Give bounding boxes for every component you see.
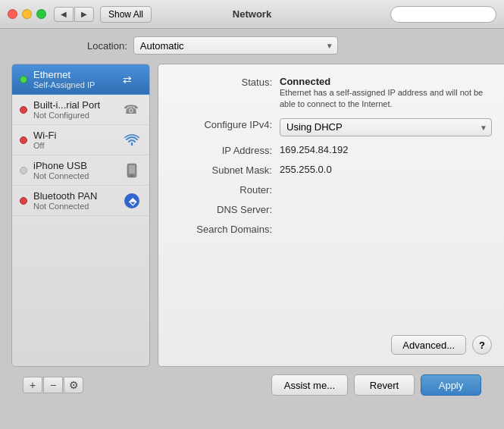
status-row: Status: Connected Ethernet has a self-as…: [174, 76, 492, 111]
status-value: Connected: [280, 76, 330, 87]
detail-panel: Status: Connected Ethernet has a self-as…: [158, 64, 504, 367]
svg-text:⇄: ⇄: [123, 74, 132, 86]
sidebar-item-builtin[interactable]: Built-i...rial Port Not Configured ☎: [12, 95, 149, 125]
advanced-button[interactable]: Advanced...: [391, 335, 466, 355]
close-button[interactable]: [8, 9, 17, 19]
iphone-icon: [122, 163, 142, 178]
router-label: Router:: [174, 183, 280, 196]
main-content: Location: Automatic ▼ Ethernet Self-Assi…: [0, 29, 504, 409]
window-title: Network: [233, 8, 271, 20]
ip-row: IP Address: 169.254.84.192: [174, 144, 492, 156]
bluetooth-status-dot: [20, 197, 27, 205]
bluetooth-text: Bluetooth PAN Not Connected: [33, 190, 122, 211]
location-row: Location: Automatic ▼: [11, 36, 493, 55]
search-domains-row: Search Domains:: [174, 223, 492, 235]
iphone-name: iPhone USB: [33, 160, 122, 171]
wifi-icon: [122, 133, 142, 148]
panel-area: Ethernet Self-Assigned IP ⇄ Built-i...ri…: [11, 64, 493, 367]
ethernet-sub: Self-Assigned IP: [33, 80, 122, 89]
nav-buttons: ◀ ▶: [54, 7, 94, 22]
sidebar-controls: + − ⚙: [23, 377, 83, 393]
configure-row: Configure IPv4: Using DHCP ▼: [174, 118, 492, 136]
search-input[interactable]: [397, 9, 490, 20]
ethernet-status-dot: [20, 76, 27, 83]
maximize-button[interactable]: [36, 9, 46, 19]
subnet-label: Subnet Mask:: [174, 164, 280, 176]
dns-label: DNS Server:: [174, 203, 280, 215]
forward-button[interactable]: ▶: [74, 7, 94, 22]
search-domains-label: Search Domains:: [174, 223, 280, 235]
builtin-name: Built-i...rial Port: [33, 99, 122, 111]
subnet-value: 255.255.0.0: [280, 164, 492, 175]
back-button[interactable]: ◀: [54, 7, 74, 22]
bluetooth-sub: Not Connected: [33, 202, 122, 211]
sidebar-item-iphone[interactable]: iPhone USB Not Connected: [12, 155, 149, 186]
bottom-bar: + − ⚙ Assist me... Revert Apply: [11, 367, 493, 402]
bottom-right-buttons: Assist me... Revert Apply: [271, 374, 481, 396]
location-label: Location:: [87, 40, 127, 52]
svg-text:⬘: ⬘: [128, 196, 137, 207]
svg-rect-3: [129, 165, 135, 174]
show-all-button[interactable]: Show All: [100, 6, 152, 23]
gear-button[interactable]: ⚙: [64, 377, 83, 393]
wifi-text: Wi-Fi Off: [33, 130, 122, 150]
sidebar-item-bluetooth[interactable]: Bluetooth PAN Not Connected ⬘: [12, 186, 149, 216]
builtin-icon: ☎: [122, 102, 142, 117]
wifi-status-dot: [20, 136, 27, 144]
configure-select-wrapper: Using DHCP ▼: [280, 118, 492, 136]
info-grid: Status: Connected Ethernet has a self-as…: [174, 76, 492, 327]
add-network-button[interactable]: +: [23, 377, 42, 393]
wifi-name: Wi-Fi: [33, 130, 122, 141]
ethernet-name: Ethernet: [33, 69, 122, 80]
ethernet-icon: ⇄: [122, 72, 142, 87]
ip-label: IP Address:: [174, 144, 280, 156]
configure-label: Configure IPv4:: [174, 118, 280, 130]
sidebar-item-wifi[interactable]: Wi-Fi Off: [12, 125, 149, 155]
remove-network-button[interactable]: −: [43, 377, 63, 393]
iphone-text: iPhone USB Not Connected: [33, 160, 122, 180]
location-select-wrapper: Automatic ▼: [133, 36, 338, 55]
revert-button[interactable]: Revert: [354, 374, 415, 396]
traffic-lights: [8, 9, 46, 19]
assist-me-button[interactable]: Assist me...: [271, 374, 348, 396]
bluetooth-name: Bluetooth PAN: [33, 190, 122, 202]
builtin-status-dot: [20, 106, 27, 114]
detail-bottom: Advanced... ?: [174, 335, 492, 355]
search-box[interactable]: [390, 6, 496, 23]
configure-select[interactable]: Using DHCP: [280, 118, 492, 136]
svg-text:☎: ☎: [124, 103, 139, 116]
sidebar-item-ethernet[interactable]: Ethernet Self-Assigned IP ⇄: [12, 64, 149, 95]
builtin-sub: Not Configured: [33, 111, 122, 120]
sidebar: Ethernet Self-Assigned IP ⇄ Built-i...ri…: [11, 64, 150, 367]
subnet-row: Subnet Mask: 255.255.0.0: [174, 164, 492, 176]
ip-value: 169.254.84.192: [280, 144, 492, 155]
location-select[interactable]: Automatic: [133, 36, 338, 55]
bluetooth-icon: ⬘: [122, 193, 142, 208]
help-button[interactable]: ?: [472, 335, 492, 355]
router-row: Router:: [174, 183, 492, 196]
iphone-status-dot: [20, 167, 27, 174]
wifi-sub: Off: [33, 141, 122, 150]
dns-row: DNS Server:: [174, 203, 492, 215]
iphone-sub: Not Connected: [33, 171, 122, 180]
ethernet-text: Ethernet Self-Assigned IP: [33, 69, 122, 89]
apply-button[interactable]: Apply: [421, 374, 481, 396]
svg-point-4: [131, 174, 133, 177]
titlebar: ◀ ▶ Show All Network: [0, 0, 504, 29]
minimize-button[interactable]: [22, 9, 32, 19]
builtin-text: Built-i...rial Port Not Configured: [33, 99, 122, 120]
status-label: Status:: [174, 76, 280, 88]
status-value-group: Connected Ethernet has a self-assigned I…: [280, 76, 492, 111]
status-note: Ethernet has a self-assigned IP address …: [280, 87, 492, 111]
